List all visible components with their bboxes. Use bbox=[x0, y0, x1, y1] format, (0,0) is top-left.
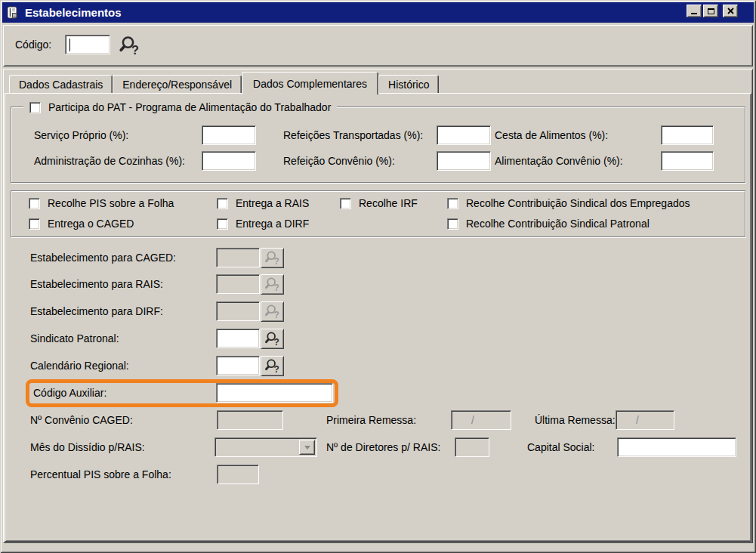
refeicoes-transportadas-input[interactable] bbox=[437, 125, 491, 145]
calendario-regional-lookup-button[interactable] bbox=[261, 356, 284, 376]
tab-historico[interactable]: Histórico bbox=[378, 75, 439, 93]
tab-dados-cadastrais[interactable]: Dados Cadastrais bbox=[9, 75, 113, 93]
tab-endereco-responsavel[interactable]: Endereço/Responsável bbox=[113, 75, 242, 93]
pat-title: Participa do PAT - Programa de Alimentaç… bbox=[48, 101, 331, 113]
refeicao-convenio-label: Refeição Convênio (%): bbox=[283, 151, 395, 171]
maximize-icon bbox=[708, 8, 714, 14]
chevron-down-icon bbox=[304, 446, 310, 450]
servico-proprio-input[interactable] bbox=[202, 125, 256, 145]
estab-caged-input bbox=[216, 248, 260, 267]
estab-dirf-label: Estabelecimento para DIRF: bbox=[30, 301, 163, 321]
close-icon bbox=[727, 8, 734, 14]
checkbox-box[interactable] bbox=[447, 198, 458, 209]
codigo-label: Código: bbox=[15, 35, 51, 54]
checkbox-box[interactable] bbox=[217, 218, 228, 230]
text-caret bbox=[69, 39, 70, 51]
alimentacao-convenio-input[interactable] bbox=[661, 151, 714, 171]
sindicato-patronal-label: Sindicato Patronal: bbox=[30, 329, 119, 348]
diretores-rais-input bbox=[455, 437, 489, 457]
percentual-pis-label: Percentual PIS sobre a Folha: bbox=[30, 465, 171, 484]
checkbox-label: Entrega a RAIS bbox=[236, 197, 309, 209]
alimentacao-convenio-label: Alimentação Convênio (%): bbox=[495, 151, 623, 171]
codigo-toolbar bbox=[3, 25, 753, 66]
ultima-remessa-label: Última Remessa: bbox=[535, 410, 616, 430]
magnifier-question-icon bbox=[264, 303, 281, 320]
checkbox-box[interactable] bbox=[217, 198, 228, 209]
form-icon bbox=[5, 5, 20, 20]
tab-strip: Dados Cadastrais Endereço/Responsável Da… bbox=[9, 72, 439, 93]
convenio-caged-input bbox=[217, 410, 283, 430]
percentual-pis-input bbox=[217, 465, 259, 484]
estab-dirf-input bbox=[216, 301, 260, 321]
cesta-alimentos-label: Cesta de Alimentos (%): bbox=[495, 125, 608, 145]
checkbox-box[interactable] bbox=[29, 198, 40, 209]
window-title: Estabelecimentos bbox=[25, 6, 122, 19]
checkbox-recolhe-irf[interactable]: Recolhe IRF bbox=[340, 197, 418, 209]
codigo-input[interactable] bbox=[65, 35, 110, 54]
estab-rais-input bbox=[216, 274, 260, 294]
checkbox-label: Entrega o CAGED bbox=[48, 218, 134, 230]
checkbox-box[interactable] bbox=[447, 218, 458, 230]
tab-label: Dados Cadastrais bbox=[19, 79, 103, 91]
magnifier-question-icon bbox=[264, 357, 281, 375]
administracao-cozinhas-label: Administração de Cozinhas (%): bbox=[34, 151, 185, 171]
convenio-caged-label: Nº Convênio CAGED: bbox=[30, 410, 133, 430]
estab-rais-lookup-button bbox=[261, 274, 284, 295]
tab-dados-complementares[interactable]: Dados Complementares bbox=[242, 72, 378, 94]
sindicato-patronal-lookup-button[interactable] bbox=[261, 329, 284, 349]
checkbox-label: Recolhe Contribuição Sindical Patronal bbox=[466, 218, 650, 230]
cesta-alimentos-input[interactable] bbox=[661, 125, 714, 145]
sindicato-patronal-input[interactable] bbox=[216, 329, 260, 348]
administracao-cozinhas-input[interactable] bbox=[202, 151, 256, 171]
window-estabelecimentos: Estabelecimentos Código: Dados Cadastrai… bbox=[0, 0, 756, 553]
refeicoes-transportadas-label: Refeições Transportadas (%): bbox=[283, 125, 423, 145]
title-bar: Estabelecimentos bbox=[2, 2, 754, 23]
checkbox-recolhe-pis[interactable]: Recolhe PIS sobre a Folha bbox=[29, 197, 174, 209]
ultima-remessa-input bbox=[616, 410, 674, 430]
calendario-regional-input[interactable] bbox=[216, 356, 260, 375]
pat-legend: Participa do PAT - Programa de Alimentaç… bbox=[23, 100, 337, 114]
mes-dissidio-label: Mês do Dissídio p/RAIS: bbox=[30, 437, 145, 457]
magnifier-question-icon bbox=[264, 249, 281, 267]
minimize-icon bbox=[691, 13, 697, 14]
primeira-remessa-input bbox=[451, 410, 511, 430]
checkbox-box[interactable] bbox=[29, 218, 40, 230]
checkbox-entrega-caged[interactable]: Entrega o CAGED bbox=[29, 218, 134, 230]
estab-caged-lookup-button bbox=[261, 248, 284, 268]
magnifier-question-icon bbox=[264, 330, 281, 348]
checkbox-label: Entrega a DIRF bbox=[236, 218, 309, 230]
combobox-drop-button bbox=[299, 440, 315, 455]
checkbox-entrega-dirf[interactable]: Entrega a DIRF bbox=[217, 218, 309, 230]
calendario-regional-label: Calendário Regional: bbox=[30, 356, 129, 375]
refeicao-convenio-input[interactable] bbox=[437, 151, 491, 171]
maximize-button[interactable] bbox=[703, 5, 718, 17]
close-button[interactable] bbox=[723, 5, 738, 17]
magnifier-question-icon bbox=[264, 276, 281, 293]
tab-label: Endereço/Responsável bbox=[122, 79, 232, 91]
mes-dissidio-combobox bbox=[214, 437, 317, 457]
checkbox-label: Recolhe Contribuição Sindical dos Empreg… bbox=[466, 197, 690, 209]
codigo-auxiliar-label: Código Auxiliar: bbox=[33, 383, 106, 403]
servico-proprio-label: Serviço Próprio (%): bbox=[34, 125, 128, 145]
minimize-button[interactable] bbox=[687, 5, 702, 17]
checkbox-entrega-rais[interactable]: Entrega a RAIS bbox=[217, 197, 309, 209]
codigo-lookup-icon[interactable] bbox=[119, 34, 141, 57]
checkbox-label: Recolhe PIS sobre a Folha bbox=[48, 197, 174, 209]
pat-checkbox[interactable] bbox=[29, 102, 41, 113]
primeira-remessa-label: Primeira Remessa: bbox=[326, 410, 416, 430]
tab-label: Histórico bbox=[388, 79, 429, 91]
estab-rais-label: Estabelecimento para RAIS: bbox=[30, 274, 163, 294]
estab-dirf-lookup-button bbox=[261, 301, 284, 322]
checkbox-sindical-empregados[interactable]: Recolhe Contribuição Sindical dos Empreg… bbox=[447, 197, 690, 209]
checkbox-label: Recolhe IRF bbox=[359, 197, 418, 209]
tab-label: Dados Complementares bbox=[253, 78, 367, 90]
checkbox-box[interactable] bbox=[340, 198, 351, 209]
estab-caged-label: Estabelecimento para CAGED: bbox=[30, 248, 176, 267]
codigo-auxiliar-input[interactable] bbox=[216, 383, 333, 403]
capital-social-input[interactable] bbox=[617, 437, 736, 457]
checkbox-sindical-patronal[interactable]: Recolhe Contribuição Sindical Patronal bbox=[447, 218, 650, 230]
diretores-rais-label: Nº de Diretores p/ RAIS: bbox=[326, 437, 440, 457]
capital-social-label: Capital Social: bbox=[527, 437, 595, 457]
